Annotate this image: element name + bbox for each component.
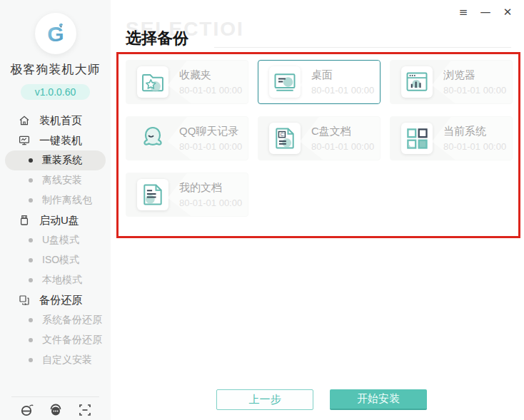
card-label: QQ聊天记录 [179, 125, 242, 138]
sidebar-item-label: 备份还原 [39, 294, 82, 307]
monitor-icon [19, 135, 30, 146]
menu-icon[interactable]: ≡ [457, 6, 470, 19]
backup-card-qq-chat[interactable]: QQ聊天记录 80-01-01 00:00 [126, 116, 248, 160]
action-buttons: 上一步 开始安装 [216, 389, 427, 410]
sidebar-item-label: 文件备份还原 [42, 334, 102, 347]
sidebar-item-label: 启动U盘 [39, 214, 79, 227]
bullet-icon [29, 158, 33, 163]
bullet-icon [29, 278, 33, 282]
sidebar-item-label: 装机首页 [39, 114, 82, 128]
system-grid-icon [401, 123, 433, 154]
sidebar-item-label: 一键装机 [39, 134, 82, 148]
backup-card-grid: 收藏夹 80-01-01 00:00 桌面 80-01-01 00:00 浏览器… [126, 60, 513, 217]
start-install-button[interactable]: 开始安装 [330, 389, 427, 410]
sidebar-footer-divider [11, 396, 99, 397]
sidebar-item-label: 制作离线包 [42, 194, 92, 207]
card-date: 80-01-01 00:00 [311, 141, 374, 152]
sidebar-item-usb-mode[interactable]: U盘模式 [0, 230, 111, 250]
sidebar-item-label: 重装系统 [42, 154, 82, 167]
svg-text:C:: C: [281, 132, 286, 137]
my-doc-icon [137, 179, 168, 210]
card-date: 80-01-01 00:00 [311, 85, 374, 96]
bullet-icon [29, 198, 33, 203]
card-label: 桌面 [311, 68, 374, 82]
card-label: 收藏夹 [179, 68, 242, 82]
sidebar-item-one-key-install[interactable]: 一键装机 [0, 130, 111, 150]
bullet-icon [29, 318, 33, 322]
sidebar-item-custom-install[interactable]: 自定义安装 [0, 350, 111, 370]
backup-card-current-system[interactable]: 当前系统 80-01-01 00:00 [390, 116, 513, 160]
bullet-icon [29, 178, 33, 183]
window-controls: ≡ — ✕ [457, 6, 514, 19]
sidebar-item-label: U盘模式 [42, 234, 79, 247]
card-label: 浏览器 [443, 68, 506, 82]
close-icon[interactable]: ✕ [501, 6, 514, 19]
sidebar-item-label: 系统备份还原 [42, 314, 102, 327]
sidebar: G 极客狗装机大师 v1.0.0.60 装机首页 一键装机 重装系统 离线安装 [0, 0, 111, 420]
sidebar-item-label: 本地模式 [42, 274, 82, 287]
bullet-icon [29, 238, 33, 242]
bullet-icon [29, 338, 33, 342]
card-date: 80-01-01 00:00 [443, 85, 506, 96]
backup-icon [19, 294, 30, 306]
card-date: 80-01-01 00:00 [443, 141, 506, 152]
browser-icon [401, 66, 433, 98]
sidebar-item-backup-restore[interactable]: 备份还原 [0, 290, 111, 310]
c-drive-doc-icon: C: [269, 123, 301, 154]
card-date: 80-01-01 00:00 [179, 141, 242, 152]
backup-card-favorites[interactable]: 收藏夹 80-01-01 00:00 [126, 60, 248, 104]
card-label: 我的文档 [179, 181, 242, 195]
geek-dog-logo-icon: G [40, 18, 71, 49]
sidebar-item-offline-install[interactable]: 离线安装 [0, 170, 111, 190]
sidebar-item-boot-usb[interactable]: 启动U盘 [0, 210, 111, 230]
sidebar-item-label: 自定义安装 [42, 354, 92, 367]
title-divider [214, 47, 511, 48]
backup-card-desktop[interactable]: 桌面 80-01-01 00:00 [258, 60, 381, 104]
folder-star-icon [137, 66, 168, 98]
sidebar-item-label: 离线安装 [42, 174, 82, 187]
card-date: 80-01-01 00:00 [179, 198, 242, 208]
scan-icon[interactable] [77, 402, 93, 418]
sidebar-item-make-offline-pack[interactable]: 制作离线包 [0, 190, 111, 210]
sidebar-nav: 装机首页 一键装机 重装系统 离线安装 制作离线包 启动U盘 [0, 111, 111, 370]
desktop-icon [269, 66, 301, 98]
backup-card-browser[interactable]: 浏览器 80-01-01 00:00 [390, 60, 513, 104]
ie-browser-icon[interactable] [19, 402, 34, 418]
qq-penguin-icon [137, 123, 168, 154]
backup-card-my-documents[interactable]: 我的文档 80-01-01 00:00 [126, 173, 248, 217]
minimize-icon[interactable]: — [479, 6, 492, 19]
sidebar-item-reinstall-system[interactable]: 重装系统 [5, 150, 106, 170]
previous-step-button[interactable]: 上一步 [216, 389, 313, 410]
sidebar-item-iso-mode[interactable]: ISO模式 [0, 250, 111, 270]
app-logo: G [35, 13, 76, 54]
sidebar-item-file-backup-restore[interactable]: 文件备份还原 [0, 330, 111, 350]
sidebar-item-system-backup-restore[interactable]: 系统备份还原 [0, 310, 111, 330]
version-badge: v1.0.0.60 [21, 84, 91, 100]
sidebar-item-local-mode[interactable]: 本地模式 [0, 270, 111, 290]
card-label: C盘文档 [311, 125, 374, 138]
backup-card-c-drive-docs[interactable]: C: C盘文档 80-01-01 00:00 [258, 116, 381, 160]
sidebar-item-label: ISO模式 [42, 254, 79, 267]
card-date: 80-01-01 00:00 [179, 85, 242, 96]
page-title: 选择备份 [126, 28, 188, 49]
sidebar-item-home[interactable]: 装机首页 [0, 111, 111, 130]
card-label: 当前系统 [443, 125, 506, 138]
sidebar-footer [0, 401, 111, 419]
app-name: 极客狗装机大师 [0, 61, 111, 78]
bullet-icon [29, 258, 33, 262]
support-headset-icon[interactable] [48, 402, 64, 418]
bullet-icon [29, 358, 33, 362]
home-icon [19, 115, 30, 126]
usb-icon [19, 215, 30, 226]
